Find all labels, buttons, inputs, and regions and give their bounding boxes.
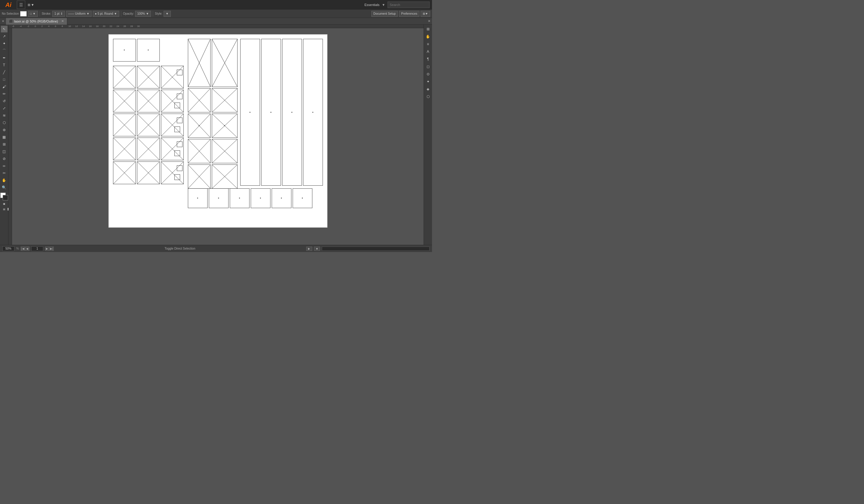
symbol-sprayer-tool[interactable]: ⊛	[1, 127, 8, 133]
eyedropper-tool[interactable]: ⊘	[1, 156, 8, 162]
ruler-tick: 4	[48, 25, 49, 28]
fill-options[interactable]: □ ▼	[28, 11, 38, 17]
right-panel: ⊞ ✋ ≡ A ¶ ◻ ⊙ ✦ ◈ ⬡	[423, 25, 432, 245]
panel-btn-1[interactable]: ⊞	[425, 26, 431, 33]
paintbrush-tool[interactable]: 🖌	[1, 83, 8, 90]
scroll-area[interactable]	[322, 247, 430, 251]
zoom-input[interactable]	[2, 246, 14, 251]
pen-tool[interactable]: ✒	[1, 54, 8, 61]
pencil-tool[interactable]: ✏	[1, 90, 8, 97]
play-btn[interactable]: ▶	[306, 247, 312, 251]
artboard-wrapper[interactable]: .outline { fill: none; stroke: #333; str…	[12, 28, 423, 245]
svg-rect-24	[175, 102, 180, 108]
svg-point-101	[218, 198, 219, 199]
stroke-style-dropdown[interactable]: —— Uniform ▼	[66, 11, 92, 17]
panel-btn-2[interactable]: ✋	[425, 33, 431, 40]
hand-tool[interactable]: ✋	[1, 177, 8, 184]
more-options[interactable]: ⊞▼	[421, 11, 430, 17]
status-bar: % |◀ ◀ ▶ ▶| Toggle Direct Selection ▶ ■	[0, 245, 432, 252]
background-color[interactable]	[3, 195, 8, 200]
point-style-dropdown[interactable]: ● 5 pt. Round ▼	[93, 11, 119, 17]
ruler-top: -6 -4 -2 0 2 4 6 8 10 12 14 16 18 20 22 …	[9, 25, 423, 28]
fill-icon: □	[30, 12, 32, 15]
panel-btn-9[interactable]: ◈	[425, 86, 431, 93]
drawing-mode[interactable]: ▤	[2, 207, 6, 211]
panel-btn-4[interactable]: A	[425, 48, 431, 55]
free-transform-tool[interactable]: ⬡	[1, 119, 8, 126]
gradient-color[interactable]: ▣	[2, 201, 6, 206]
essentials-label[interactable]: Essentials	[364, 3, 380, 7]
lasso-tool[interactable]: ⌒	[1, 47, 8, 54]
blend-tool[interactable]: ∞	[1, 163, 8, 169]
divider2	[121, 11, 121, 16]
ruler-tick: 20	[103, 25, 105, 28]
zoom-tool[interactable]: 🔍	[1, 184, 8, 191]
title-bar: Ai ☰ ⊞ ▼ Essentials ▼	[0, 0, 432, 10]
column-graph-tool[interactable]: ▦	[1, 134, 8, 140]
panel-btn-3[interactable]: ≡	[425, 41, 431, 47]
ruler-tick: 12	[75, 25, 78, 28]
point-dot: ●	[95, 12, 97, 15]
stroke-weight-value: 1 pt	[54, 12, 59, 15]
opacity-input[interactable]: 100% ▼	[135, 11, 151, 17]
left-toolbar: ↖ ↗ ✦ ⌒ ✒ T ╱ □ 🖌 ✏ ↺ ⤢ ≋ ⬡ ⊛ ▦ ⊞ ◫ ⊘ ∞ …	[0, 25, 9, 245]
svg-point-93	[270, 112, 271, 113]
menu-icon[interactable]: ☰	[17, 1, 25, 9]
tab-bar: ✕ ⬛ laser.ai @ 50% (RGB/Outline) ✕ ✕	[0, 18, 432, 25]
mesh-tool[interactable]: ⊞	[1, 141, 8, 148]
line-tool[interactable]: ╱	[1, 69, 8, 76]
search-input[interactable]	[387, 1, 430, 8]
panel-btn-6[interactable]: ◻	[425, 63, 431, 70]
file-tab[interactable]: ⬛ laser.ai @ 50% (RGB/Outline) ✕	[6, 18, 67, 25]
grid-icon: ⊞	[28, 3, 30, 7]
style-dropdown[interactable]: ▼	[164, 11, 171, 17]
ruler-tick: -2	[27, 25, 29, 28]
ruler-tick: 24	[117, 25, 119, 28]
svg-point-1	[124, 49, 124, 50]
scale-tool[interactable]: ⤢	[1, 105, 8, 112]
magic-wand-tool[interactable]: ✦	[1, 40, 8, 47]
next-page[interactable]: ▶	[45, 247, 49, 251]
rect-tool[interactable]: □	[1, 76, 8, 83]
rotate-tool[interactable]: ↺	[1, 98, 8, 105]
fill-swatch[interactable]	[20, 11, 27, 16]
panel-btn-7[interactable]: ⊙	[425, 71, 431, 77]
normal-mode[interactable]: □	[0, 207, 1, 211]
stroke-weight-input[interactable]: 1 pt ⇕	[52, 11, 65, 17]
canvas-area[interactable]: -6 -4 -2 0 2 4 6 8 10 12 14 16 18 20 22 …	[9, 25, 423, 245]
prev-page[interactable]: ◀	[25, 247, 29, 251]
ruler-tick: -4	[20, 25, 22, 28]
panel-btn-8[interactable]: ✦	[425, 78, 431, 85]
svg-point-73	[199, 125, 199, 126]
type-tool[interactable]: T	[1, 62, 8, 69]
svg-rect-56	[177, 165, 182, 171]
main-area: ↖ ↗ ✦ ⌒ ✒ T ╱ □ 🖌 ✏ ↺ ⤢ ≋ ⬡ ⊛ ▦ ⊞ ◫ ⊘ ∞ …	[0, 25, 432, 245]
selection-tool[interactable]: ↖	[1, 26, 8, 33]
panel-toggle-left[interactable]: ✕	[0, 18, 6, 25]
selection-label: No Selection	[2, 12, 19, 15]
stop-btn[interactable]: ■	[314, 247, 320, 251]
preferences-button[interactable]: Preferences	[399, 11, 419, 17]
panel-toggle-right[interactable]: ✕	[426, 18, 432, 25]
panel-btn-10[interactable]: ⬡	[425, 93, 431, 100]
prev-page-first[interactable]: |◀	[21, 247, 25, 251]
file-tab-close[interactable]: ✕	[61, 19, 64, 23]
gradient-tool[interactable]: ◫	[1, 148, 8, 155]
zoom-percent: %	[16, 247, 19, 250]
page-input[interactable]	[31, 246, 43, 251]
svg-rect-45	[177, 142, 182, 147]
workspace-switcher[interactable]: ⊞ ▼	[28, 3, 34, 7]
next-page-last[interactable]: ▶|	[49, 247, 54, 251]
ruler-tick: 10	[69, 25, 71, 28]
scissors-tool[interactable]: ✂	[1, 170, 8, 176]
none-color[interactable]: ⊘	[0, 201, 1, 206]
status-text: Toggle Direct Selection	[165, 247, 195, 250]
divider3	[153, 11, 153, 16]
ruler-tick: 16	[89, 25, 92, 28]
svg-point-77	[224, 125, 225, 126]
point-style-label: 5 pt. Round	[98, 12, 113, 15]
direct-selection-tool[interactable]: ↗	[1, 33, 8, 40]
warp-tool[interactable]: ≋	[1, 112, 8, 119]
document-setup-button[interactable]: Document Setup	[371, 11, 398, 17]
panel-btn-5[interactable]: ¶	[425, 56, 431, 62]
